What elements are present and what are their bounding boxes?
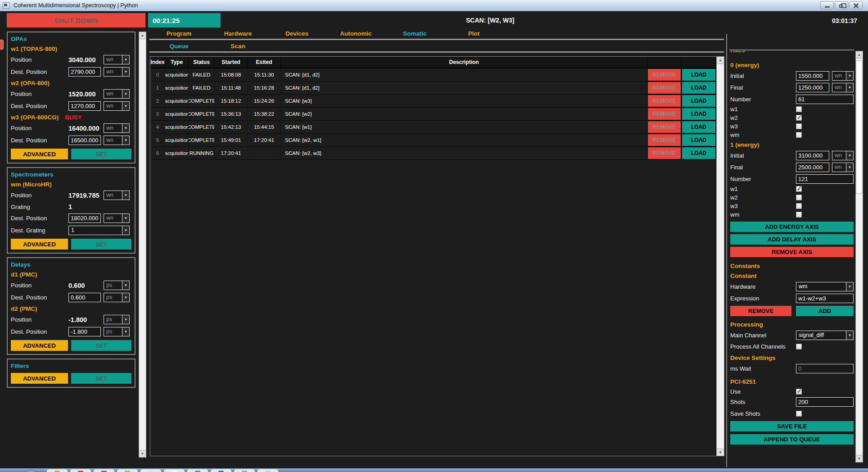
- minimize-button[interactable]: [820, 1, 834, 9]
- shots-input[interactable]: [796, 397, 854, 407]
- dest-position-input[interactable]: [68, 293, 101, 302]
- scroll-up-icon[interactable]: ▲: [856, 51, 863, 59]
- ms-wait-input[interactable]: [796, 364, 854, 373]
- units-select[interactable]: ps ▼: [104, 327, 130, 336]
- remove-button[interactable]: REMOVE: [647, 134, 681, 146]
- units-select[interactable]: wn ▼: [832, 151, 854, 160]
- units-select[interactable]: ps ▼: [104, 293, 130, 302]
- remove-button[interactable]: REMOVE: [647, 147, 681, 159]
- main-tab[interactable]: Plot: [444, 30, 503, 38]
- set-button[interactable]: SET: [71, 340, 131, 351]
- queue-scrollbar[interactable]: ▲ ▼: [716, 57, 724, 456]
- set-button[interactable]: SET: [71, 239, 131, 250]
- shutdown-button[interactable]: SHUT DOWN: [7, 13, 145, 27]
- save-file-button[interactable]: SAVE FILE: [730, 421, 854, 431]
- remove-button[interactable]: REMOVE: [647, 68, 681, 81]
- dest-position-input[interactable]: [68, 101, 101, 111]
- set-button[interactable]: SET: [71, 149, 131, 159]
- use-checkbox[interactable]: ✓: [796, 389, 802, 395]
- main-tab[interactable]: Somatic: [385, 30, 444, 38]
- hardware-checkbox[interactable]: ✓: [796, 203, 802, 209]
- sub-tab[interactable]: Queue: [149, 43, 208, 50]
- units-select[interactable]: wn ▼: [104, 213, 130, 223]
- add-energy-axis-button[interactable]: ADD ENERGY AXIS: [730, 222, 854, 232]
- advanced-button[interactable]: ADVANCED: [11, 340, 68, 351]
- scroll-up-icon[interactable]: ▲: [717, 57, 724, 64]
- scroll-down-icon[interactable]: ▼: [717, 449, 724, 456]
- hardware-checkbox[interactable]: ✓: [796, 132, 802, 138]
- load-button[interactable]: LOAD: [682, 108, 716, 120]
- scroll-down-icon[interactable]: ▼: [856, 455, 863, 462]
- taskbar-button[interactable]: [117, 469, 138, 472]
- remove-button[interactable]: REMOVE: [647, 95, 681, 107]
- sidebar-scrollbar[interactable]: ▲ ▼: [139, 32, 146, 458]
- scrollbar-thumb[interactable]: [856, 60, 863, 194]
- remove-button[interactable]: REMOVE: [647, 108, 681, 120]
- main-tab[interactable]: Devices: [267, 30, 326, 38]
- advanced-button[interactable]: ADVANCED: [11, 239, 68, 250]
- advanced-button[interactable]: ADVANCED: [11, 149, 68, 159]
- main-tab[interactable]: Program: [149, 30, 208, 38]
- remove-button[interactable]: REMOVE: [647, 82, 681, 94]
- taskbar-button[interactable]: [47, 469, 68, 472]
- taskbar-button[interactable]: [164, 469, 185, 472]
- save-shots-checkbox[interactable]: ✓: [796, 411, 802, 417]
- units-select[interactable]: wn ▼: [104, 123, 130, 133]
- advanced-button[interactable]: ADVANCED: [11, 373, 68, 384]
- main-tab[interactable]: Hardware: [208, 30, 267, 38]
- add-constant-button[interactable]: ADD: [796, 306, 854, 316]
- taskbar-button[interactable]: [258, 469, 278, 472]
- taskbar-button[interactable]: [234, 469, 255, 472]
- scroll-up-icon[interactable]: ▲: [139, 32, 146, 39]
- dest-position-input[interactable]: [68, 67, 101, 77]
- hardware-checkbox[interactable]: ✓: [796, 186, 802, 192]
- close-button[interactable]: [849, 1, 863, 9]
- restore-button[interactable]: [835, 1, 848, 9]
- hardware-checkbox[interactable]: ✓: [796, 195, 802, 200]
- process-all-checkbox[interactable]: ✓: [796, 344, 802, 349]
- hardware-checkbox[interactable]: ✓: [796, 115, 802, 121]
- append-to-queue-button[interactable]: APPEND TO QUEUE: [730, 434, 854, 445]
- taskbar-button[interactable]: [140, 469, 161, 472]
- units-select[interactable]: wn ▼: [104, 101, 130, 111]
- main-channel-select[interactable]: signal_diff ▼: [796, 331, 854, 340]
- units-select[interactable]: ps ▼: [104, 281, 130, 290]
- dest-position-input[interactable]: [68, 136, 101, 145]
- expression-input[interactable]: [796, 294, 854, 303]
- load-button[interactable]: LOAD: [682, 147, 716, 159]
- scan-panel-scrollbar[interactable]: ▲ ▼: [855, 51, 863, 463]
- units-select[interactable]: wn ▼: [104, 191, 130, 200]
- hardware-checkbox[interactable]: ✓: [796, 123, 802, 129]
- units-select[interactable]: wn ▼: [104, 89, 130, 99]
- number-input[interactable]: [796, 95, 854, 104]
- remove-button[interactable]: REMOVE: [647, 121, 681, 133]
- units-select[interactable]: wn ▼: [832, 83, 854, 92]
- hardware-checkbox[interactable]: ✓: [796, 106, 802, 112]
- final-input[interactable]: [796, 163, 829, 172]
- units-select[interactable]: wn ▼: [832, 71, 854, 81]
- dest-grating-select[interactable]: 1 ▼: [68, 226, 130, 235]
- remove-constant-button[interactable]: REMOVE: [730, 306, 791, 316]
- dest-position-input[interactable]: [68, 213, 101, 223]
- units-select[interactable]: wn ▼: [104, 67, 130, 77]
- load-button[interactable]: LOAD: [682, 82, 716, 94]
- units-select[interactable]: wn ▼: [104, 136, 130, 145]
- load-button[interactable]: LOAD: [682, 68, 716, 81]
- load-button[interactable]: LOAD: [682, 95, 716, 107]
- taskbar-button[interactable]: [70, 469, 91, 472]
- start-button[interactable]: [22, 469, 40, 472]
- final-input[interactable]: [796, 83, 829, 92]
- hardware-select[interactable]: wm ▼: [796, 282, 854, 291]
- load-button[interactable]: LOAD: [682, 121, 716, 133]
- units-select[interactable]: wn ▼: [832, 163, 854, 172]
- sub-tab[interactable]: Scan: [208, 43, 267, 50]
- hardware-checkbox[interactable]: ✓: [796, 212, 802, 218]
- initial-input[interactable]: [796, 71, 829, 81]
- set-button[interactable]: SET: [71, 373, 131, 384]
- main-tab[interactable]: Autonomic: [326, 30, 385, 38]
- units-select[interactable]: ps ▼: [104, 315, 130, 324]
- dest-position-input[interactable]: [68, 327, 101, 336]
- taskbar-button[interactable]: [187, 469, 208, 472]
- add-delay-axis-button[interactable]: ADD DELAY AXIS: [730, 234, 854, 245]
- taskbar-button[interactable]: [211, 469, 231, 472]
